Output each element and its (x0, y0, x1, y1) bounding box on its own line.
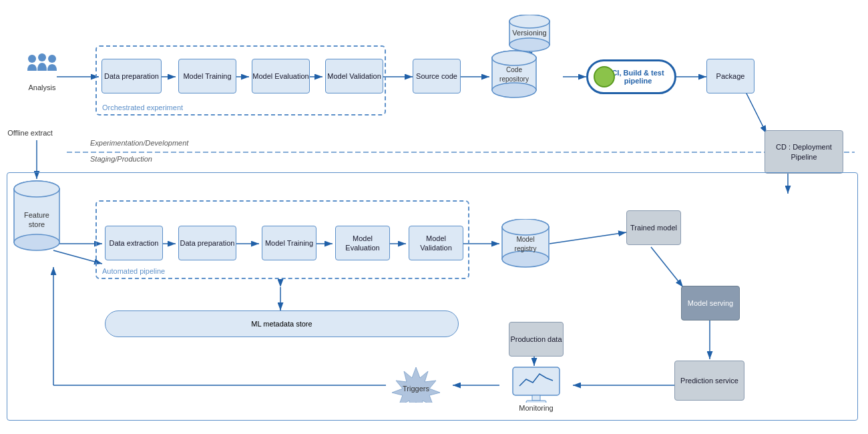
monitoring-icon (509, 366, 563, 403)
svg-text:repository: repository (499, 75, 529, 83)
model-evaluation-top: Model Evaluation (252, 59, 310, 93)
ml-metadata-store-pill: ML metadata store (105, 310, 459, 337)
people-icon (22, 52, 62, 82)
model-validation-lower: Model Validation (409, 226, 463, 260)
feature-store-icon: Feature store (12, 179, 61, 259)
svg-rect-59 (526, 401, 546, 403)
svg-rect-57 (513, 367, 560, 395)
svg-point-48 (492, 51, 536, 65)
analysis-group: Analysis (19, 52, 65, 91)
data-preparation-lower: Data preparation (178, 226, 236, 260)
data-preparation-top: Data preparation (101, 59, 162, 93)
package-box: Package (706, 59, 754, 93)
data-extraction-lower: Data extraction (105, 226, 163, 260)
svg-line-22 (651, 247, 683, 287)
prediction-service-box: Prediction service (674, 361, 744, 401)
model-training-lower: Model Training (262, 226, 316, 260)
svg-line-12 (743, 87, 767, 134)
triggers-icon: Triggers (388, 366, 445, 403)
model-serving-box: Model serving (681, 286, 740, 320)
svg-text:store: store (29, 220, 45, 228)
staging-label: Staging/Production (90, 155, 152, 163)
offline-extract-label: Offline extract (7, 129, 53, 137)
svg-line-21 (550, 232, 626, 244)
svg-text:registry: registry (515, 245, 537, 252)
source-code-box: Source code (413, 59, 461, 93)
svg-point-47 (492, 83, 536, 97)
code-repository-icon: Code repository (489, 50, 539, 105)
model-registry-cylinder: Model registry (499, 219, 552, 274)
svg-point-42 (509, 38, 550, 51)
svg-text:Triggers: Triggers (403, 385, 429, 393)
model-training-top: Model Training (178, 59, 236, 93)
svg-point-53 (502, 251, 549, 267)
model-evaluation-lower: Model Evaluation (335, 226, 390, 260)
ci-pipeline-pill: CI, Build & test pipeline (586, 59, 676, 94)
automated-pipeline-label: Automated pipeline (102, 267, 165, 275)
svg-point-33 (48, 55, 56, 63)
feature-store: Feature store (12, 179, 61, 259)
svg-text:Feature: Feature (24, 211, 49, 219)
svg-point-36 (14, 234, 59, 250)
cd-deployment-box: CD : Deployment Pipeline (765, 130, 843, 174)
orchestrated-experiment-label: Orchestrated experiment (102, 103, 183, 112)
svg-text:Code: Code (506, 66, 522, 73)
monitoring-group: Monitoring (499, 366, 573, 412)
trained-model-box: Trained model (626, 210, 681, 245)
svg-point-32 (38, 53, 46, 61)
model-registry-icon: Model registry (499, 219, 552, 274)
model-validation-top: Model Validation (325, 59, 383, 93)
svg-rect-58 (532, 395, 540, 401)
svg-text:Model: Model (516, 236, 534, 243)
triggers-group: Triggers (386, 366, 446, 406)
svg-point-31 (28, 55, 36, 63)
experimentation-label: Experimentation/Development (90, 139, 188, 147)
production-data-box: Production data (509, 322, 564, 357)
analysis-label: Analysis (29, 83, 56, 91)
svg-point-43 (509, 15, 550, 28)
mlops-diagram: Analysis Offline extract Feature store O… (0, 0, 868, 434)
svg-point-37 (14, 181, 59, 197)
svg-text:Versioning: Versioning (512, 29, 546, 37)
svg-point-54 (502, 219, 549, 235)
code-repository-cylinder: Code repository (489, 50, 539, 105)
